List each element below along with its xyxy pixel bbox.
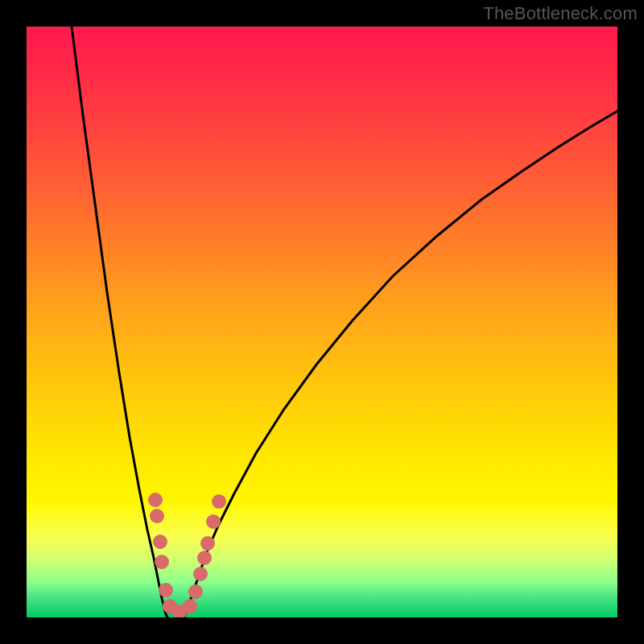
chart-frame: TheBottleneck.com — [0, 0, 644, 644]
sample-dot — [148, 493, 163, 507]
sample-dot — [159, 583, 173, 597]
sample-dots — [148, 493, 226, 617]
sample-dot — [193, 567, 208, 581]
sample-dot — [188, 584, 203, 599]
bottleneck-curve — [27, 27, 617, 617]
sample-dot — [200, 536, 215, 551]
sample-dot — [153, 535, 167, 549]
sample-dot — [206, 514, 221, 529]
sample-dot — [150, 509, 164, 523]
sample-dot — [197, 551, 212, 565]
curve-left-branch — [72, 27, 167, 617]
curve-right-branch — [184, 111, 617, 617]
sample-dot — [212, 494, 226, 509]
sample-dot — [155, 555, 169, 569]
sample-dot — [183, 599, 197, 613]
plot-area — [27, 27, 617, 617]
watermark-text: TheBottleneck.com — [483, 3, 638, 24]
